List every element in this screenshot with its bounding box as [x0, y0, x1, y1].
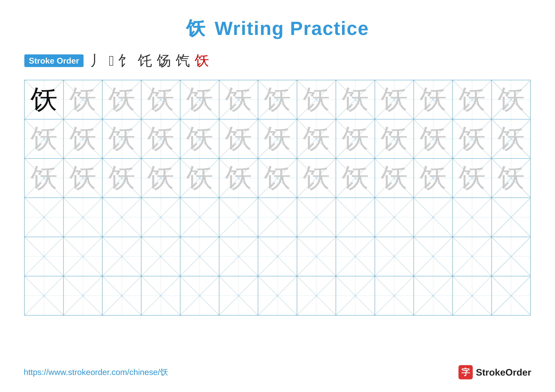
cell-guide-4-11: [414, 198, 453, 237]
char-faint-3-9: 饫: [342, 165, 369, 192]
char-faint-3-6: 饫: [225, 165, 252, 192]
char-faint-2-5: 饫: [186, 125, 213, 152]
char-faint-3-7: 饫: [264, 165, 291, 192]
char-faint-1-13: 饫: [498, 86, 525, 113]
stroke-sequence: 丿 𠃌 饣 饦 饧 饩 饫: [90, 51, 209, 70]
stroke-1: 丿: [90, 51, 104, 70]
char-faint-3-12: 饫: [459, 165, 486, 192]
grid-cell-1-4: 饫: [141, 80, 180, 119]
char-faint-3-1: 饫: [30, 165, 58, 192]
cell-guide-4-3: [102, 198, 141, 237]
grid-cell-5-7: [258, 237, 297, 276]
char-faint-1-4: 饫: [147, 86, 174, 113]
grid-cell-5-5: [180, 237, 219, 276]
grid-cell-6-2: [64, 276, 102, 315]
footer: https://www.strokeorder.com/chinese/饫 字 …: [24, 365, 531, 379]
grid-cell-3-12: 饫: [453, 159, 492, 198]
cell-guide-6-3: [102, 276, 141, 315]
char-faint-1-2: 饫: [69, 86, 96, 113]
grid-cell-5-9: [336, 237, 375, 276]
char-faint-1-10: 饫: [381, 86, 408, 113]
cell-guide-4-12: [453, 198, 491, 237]
char-faint-1-12: 饫: [459, 86, 486, 113]
char-faint-2-6: 饫: [225, 125, 252, 152]
grid-cell-6-8: [297, 276, 336, 315]
grid-cell-2-12: 饫: [453, 119, 492, 158]
grid-cell-4-3: [102, 198, 141, 237]
grid-cell-2-1: 饫: [25, 119, 64, 158]
cell-guide-5-10: [375, 237, 414, 276]
stroke-5: 饧: [157, 51, 171, 70]
grid-cell-3-11: 饫: [414, 159, 453, 198]
cell-guide-4-6: [219, 198, 258, 237]
grid-cell-3-6: 饫: [219, 159, 258, 198]
char-faint-3-11: 饫: [420, 165, 447, 192]
grid-cell-1-2: 饫: [64, 80, 102, 119]
cell-guide-6-2: [64, 276, 102, 315]
cell-guide-4-13: [492, 198, 531, 237]
grid-cell-2-3: 饫: [102, 119, 141, 158]
grid-cell-1-6: 饫: [219, 80, 258, 119]
grid-cell-4-4: [141, 198, 180, 237]
cell-guide-4-8: [297, 198, 336, 237]
cell-guide-6-8: [297, 276, 336, 315]
grid-cell-2-6: 饫: [219, 119, 258, 158]
char-faint-1-6: 饫: [225, 86, 252, 113]
grid-row-6: [25, 276, 530, 315]
char-faint-2-11: 饫: [420, 125, 447, 152]
cell-guide-4-1: [25, 198, 63, 237]
char-faint-1-8: 饫: [303, 86, 330, 113]
grid-cell-4-11: [414, 198, 453, 237]
grid-cell-1-7: 饫: [258, 80, 297, 119]
grid-cell-1-11: 饫: [414, 80, 453, 119]
grid-cell-4-10: [375, 198, 414, 237]
grid-cell-4-6: [219, 198, 258, 237]
char-faint-3-2: 饫: [69, 165, 96, 192]
stroke-order-row: Stroke Order 丿 𠃌 饣 饦 饧 饩 饫: [24, 51, 531, 70]
cell-guide-5-8: [297, 237, 336, 276]
char-faint-1-3: 饫: [108, 86, 135, 113]
grid-cell-4-1: [25, 198, 64, 237]
cell-guide-4-9: [336, 198, 375, 237]
char-solid-1-1: 饫: [30, 86, 58, 113]
cell-guide-6-11: [414, 276, 453, 315]
cell-guide-5-12: [453, 237, 491, 276]
title-text: Writing Practice: [215, 18, 369, 39]
grid-row-1: 饫 饫 饫 饫 饫 饫 饫: [25, 80, 530, 119]
grid-cell-2-13: 饫: [492, 119, 531, 158]
cell-guide-6-7: [258, 276, 297, 315]
grid-cell-3-10: 饫: [375, 159, 414, 198]
grid-cell-6-13: [492, 276, 531, 315]
char-faint-2-4: 饫: [147, 125, 174, 152]
grid-cell-3-2: 饫: [64, 159, 102, 198]
cell-guide-4-2: [64, 198, 102, 237]
grid-cell-4-8: [297, 198, 336, 237]
cell-guide-5-7: [258, 237, 297, 276]
grid-cell-5-12: [453, 237, 492, 276]
cell-guide-5-1: [25, 237, 63, 276]
char-faint-1-7: 饫: [264, 86, 291, 113]
grid-cell-5-4: [141, 237, 180, 276]
char-faint-3-5: 饫: [186, 165, 213, 192]
grid-cell-1-12: 饫: [453, 80, 492, 119]
page-title: 饫 Writing Practice: [186, 16, 369, 42]
grid-cell-1-3: 饫: [102, 80, 141, 119]
char-faint-1-9: 饫: [342, 86, 369, 113]
logo-icon: 字: [459, 365, 473, 379]
char-faint-2-12: 饫: [459, 125, 486, 152]
grid-cell-1-5: 饫: [180, 80, 219, 119]
grid-cell-3-1: 饫: [25, 159, 64, 198]
cell-guide-6-9: [336, 276, 375, 315]
grid-cell-5-11: [414, 237, 453, 276]
char-faint-1-11: 饫: [420, 86, 447, 113]
char-faint-2-1: 饫: [30, 125, 58, 152]
grid-cell-6-7: [258, 276, 297, 315]
cell-guide-5-6: [219, 237, 258, 276]
grid-cell-6-6: [219, 276, 258, 315]
cell-guide-4-4: [141, 198, 180, 237]
grid-cell-2-10: 饫: [375, 119, 414, 158]
cell-guide-6-5: [180, 276, 219, 315]
grid-row-3: 饫 饫 饫 饫 饫 饫 饫: [25, 159, 530, 198]
cell-guide-6-1: [25, 276, 63, 315]
char-faint-2-3: 饫: [108, 125, 135, 152]
